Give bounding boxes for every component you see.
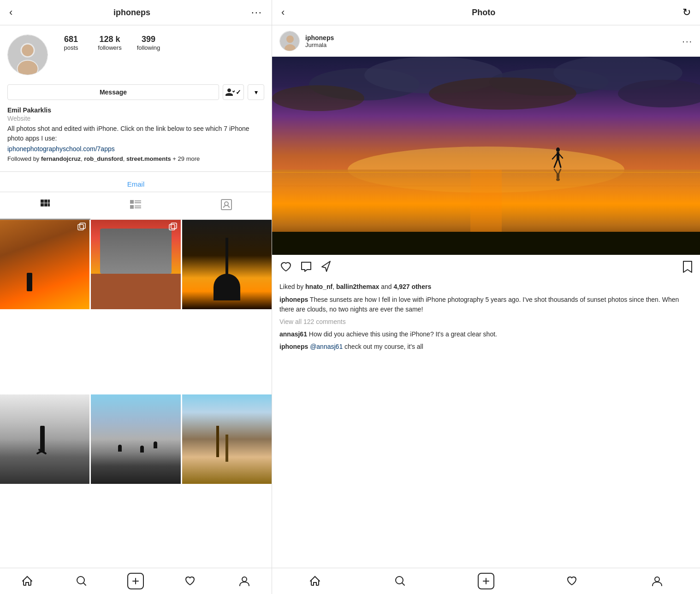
stat-following[interactable]: 399 following (135, 35, 162, 51)
svg-rect-9 (44, 203, 47, 206)
more-options-button[interactable]: ··· (251, 6, 262, 18)
likes-prefix: Liked by (279, 283, 305, 290)
grid-photo-3[interactable] (182, 220, 272, 309)
grid-photo-4[interactable] (0, 394, 89, 484)
dropdown-button[interactable]: ▾ (248, 84, 264, 100)
nav-search-left[interactable] (54, 573, 109, 589)
tab-list[interactable] (90, 192, 181, 219)
chevron-down-icon: ▾ (255, 88, 258, 96)
svg-rect-16 (135, 207, 141, 208)
likes-user-2[interactable]: ballin2themax (336, 283, 379, 290)
followers-label: followers (98, 44, 121, 51)
following-count: 399 (142, 35, 155, 44)
followed-user-2[interactable]: rob_dunsford (84, 155, 123, 162)
follow-button[interactable]: ✓ (223, 84, 244, 100)
profile-icon (238, 575, 250, 587)
post-more-button[interactable]: ··· (682, 36, 693, 47)
comment-2-mention[interactable]: @annasj61 (310, 343, 343, 350)
photo-title: Photo (472, 8, 495, 18)
tab-grid[interactable] (0, 192, 90, 219)
search-icon-right (394, 575, 406, 587)
message-button[interactable]: Message (7, 84, 219, 100)
posts-label: posts (64, 44, 78, 51)
stat-followers[interactable]: 128 k followers (96, 35, 124, 51)
likes-count[interactable]: 4,927 others (393, 283, 431, 290)
comment-1: annasj61 How did you achieve this using … (272, 328, 700, 341)
tab-tagged[interactable] (181, 192, 272, 219)
heart-icon-right (566, 575, 578, 587)
svg-rect-6 (44, 200, 47, 203)
bio-section: Emil Pakarklis Website All photos shot a… (0, 105, 272, 167)
grid-photo-1[interactable] (0, 220, 89, 309)
svg-rect-19 (78, 224, 83, 230)
nav-profile-left[interactable] (217, 573, 272, 589)
like-button[interactable] (279, 260, 292, 276)
followed-more[interactable]: + 29 more (172, 155, 200, 162)
post-user-info: iphoneps Jurmala (305, 34, 676, 48)
svg-rect-8 (41, 203, 44, 206)
multi-icon-2 (169, 223, 178, 234)
grid-photo-2[interactable] (91, 220, 180, 309)
likes-user-1[interactable]: hnato_nf (305, 283, 332, 290)
following-label: following (137, 44, 160, 51)
follow-check: ✓ (236, 88, 241, 96)
refresh-button[interactable]: ↻ (682, 6, 691, 18)
followed-separator-2: , (123, 155, 126, 162)
nav-home-right[interactable] (272, 573, 358, 589)
caption-username[interactable]: iphoneps (279, 296, 308, 303)
right-back-button[interactable]: ‹ (281, 6, 285, 18)
nav-profile-right[interactable] (614, 573, 700, 589)
comment-1-username[interactable]: annasj61 (279, 330, 307, 338)
comment-button[interactable] (300, 260, 313, 276)
grid-photo-5[interactable] (91, 394, 180, 484)
svg-rect-12 (135, 200, 141, 201)
back-button[interactable]: ‹ (9, 6, 12, 18)
svg-point-3 (22, 45, 33, 56)
posts-count: 681 (64, 35, 78, 44)
photo-grid (0, 220, 272, 568)
tab-bar (0, 192, 272, 220)
followed-user-1[interactable]: fernandojcruz (41, 155, 81, 162)
post-header: iphoneps Jurmala ··· (272, 25, 700, 57)
svg-point-43 (556, 147, 560, 152)
svg-rect-21 (169, 224, 175, 230)
grid-photo-6[interactable] (182, 394, 272, 484)
svg-rect-5 (41, 200, 44, 203)
add-icon (127, 573, 144, 589)
nav-heart-left[interactable] (163, 573, 217, 589)
nav-home-left[interactable] (0, 573, 54, 589)
comment-2-username[interactable]: iphoneps (279, 343, 308, 350)
comment-2: iphoneps @annasj61 check out my course, … (272, 341, 700, 353)
svg-rect-13 (135, 202, 141, 203)
post-avatar[interactable] (279, 31, 300, 51)
profile-username-header: iphoneps (113, 8, 150, 18)
post-image (272, 57, 700, 255)
grid-icon (40, 199, 51, 212)
svg-rect-10 (48, 203, 50, 206)
followed-user-3[interactable]: street.moments (126, 155, 171, 162)
nav-add-left[interactable] (109, 573, 163, 589)
heart-icon (184, 575, 196, 587)
nav-search-right[interactable] (358, 573, 444, 589)
right-panel: ‹ Photo ↻ iphoneps Jurmala ··· (272, 0, 700, 594)
bio-link[interactable]: iphonephotographyschool.com/7apps (7, 145, 264, 153)
nav-add-right[interactable] (443, 573, 529, 589)
caption-section: iphoneps These sunsets are how I fell in… (272, 293, 700, 317)
comment-2-text: check out my course, it's all (343, 343, 423, 350)
post-username[interactable]: iphoneps (305, 34, 676, 41)
email-link[interactable]: Email (0, 176, 272, 192)
post-location[interactable]: Jurmala (305, 41, 676, 48)
tagged-icon (221, 199, 232, 213)
list-icon (130, 200, 141, 212)
view-comments[interactable]: View all 122 comments (272, 317, 700, 328)
likes-sep: , (332, 283, 336, 290)
share-button[interactable] (320, 260, 333, 276)
bookmark-button[interactable] (682, 260, 693, 276)
followed-by-prefix: Followed by (7, 155, 41, 162)
svg-rect-15 (135, 206, 141, 206)
avatar (7, 35, 48, 75)
left-bottom-nav (0, 568, 272, 594)
stat-posts[interactable]: 681 posts (57, 35, 85, 51)
nav-heart-right[interactable] (529, 573, 615, 589)
left-panel: ‹ iphoneps ··· 681 posts 128 k followers (0, 0, 272, 594)
